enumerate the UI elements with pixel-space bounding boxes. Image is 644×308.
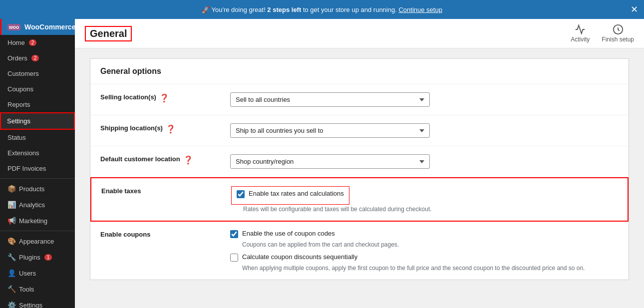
sidebar-item-reports[interactable]: Reports xyxy=(0,97,75,112)
default-customer-location-select[interactable]: Shop country/region Geolocate No locatio… xyxy=(230,154,430,169)
sidebar-item-orders[interactable]: Orders 2 xyxy=(0,50,75,66)
page-title: General xyxy=(85,26,132,41)
enable-taxes-row: Enable taxes Enable tax rates and calcul… xyxy=(90,177,629,222)
coupon-codes-checkbox-row: Enable the use of coupon codes xyxy=(230,230,619,238)
header-actions: Activity Finish setup xyxy=(571,24,634,43)
sidebar-item-coupons[interactable]: Coupons xyxy=(0,81,75,97)
sidebar-divider-2 xyxy=(0,231,75,231)
sidebar-item-customers[interactable]: Customers xyxy=(0,66,75,81)
coupon-sequential-label[interactable]: Calculate coupon discounts sequentially xyxy=(242,253,357,261)
general-options-section: General options Selling location(s) ❓ Se… xyxy=(90,58,629,280)
marketing-label: Marketing xyxy=(19,217,47,225)
users-label: Users xyxy=(19,270,36,277)
sidebar-item-analytics[interactable]: 📊 Analytics xyxy=(0,197,75,213)
sidebar-item-home[interactable]: Home 2 xyxy=(0,35,75,50)
woo-icon: woo xyxy=(7,24,20,30)
tax-rates-checkbox[interactable] xyxy=(237,190,245,198)
page-header: General Activity Finish setup xyxy=(75,19,644,48)
activity-button[interactable]: Activity xyxy=(571,24,590,43)
pdf-invoices-label: PDF Invoices xyxy=(7,165,46,172)
enable-coupons-row: Enable coupons Enable the use of coupon … xyxy=(90,222,629,280)
sidebar-divider-1 xyxy=(0,178,75,179)
selling-location-select[interactable]: Sell to all countries Sell to specific c… xyxy=(230,92,430,107)
analytics-label: Analytics xyxy=(19,201,45,209)
settings2-label: Settings xyxy=(19,302,42,308)
continue-setup-link[interactable]: Continue setup xyxy=(398,6,442,13)
extensions-label: Extensions xyxy=(7,149,39,157)
default-customer-location-label: Default customer location xyxy=(100,155,180,163)
shipping-location-select[interactable]: Ship to all countries you sell to Ship t… xyxy=(230,123,430,138)
plugins-icon: 🔧 xyxy=(7,253,16,261)
home-badge: 2 xyxy=(29,39,37,46)
shipping-location-help[interactable]: ❓ xyxy=(166,124,176,134)
selling-location-label: Selling location(s) xyxy=(100,93,156,101)
activity-label: Activity xyxy=(571,36,590,43)
tax-rates-checkbox-label[interactable]: Enable tax rates and calculations xyxy=(249,190,344,197)
home-label: Home xyxy=(7,39,25,46)
products-label: Products xyxy=(19,185,44,193)
products-icon: 📦 xyxy=(7,185,16,193)
orders-badge: 2 xyxy=(31,55,39,61)
coupons-label: Coupons xyxy=(7,85,33,93)
coupon-codes-label[interactable]: Enable the use of coupon codes xyxy=(242,230,335,237)
coupon-sequential-checkbox[interactable] xyxy=(230,254,238,262)
setup-banner: 🚀 You're doing great! 2 steps left to ge… xyxy=(0,0,644,19)
enable-taxes-control: Enable tax rates and calculations Rates … xyxy=(231,186,618,213)
tax-rates-description: Rates will be configurable and taxes wil… xyxy=(243,206,618,213)
enable-taxes-label: Enable taxes xyxy=(101,187,141,195)
finish-setup-icon xyxy=(613,24,624,35)
enable-coupons-label: Enable coupons xyxy=(100,231,150,238)
default-customer-location-control: Shop country/region Geolocate No locatio… xyxy=(230,154,619,169)
customers-label: Customers xyxy=(7,70,39,77)
users-icon: 👤 xyxy=(7,269,16,277)
shipping-location-control: Ship to all countries you sell to Ship t… xyxy=(230,123,619,138)
finish-setup-label: Finish setup xyxy=(602,36,634,43)
reports-label: Reports xyxy=(7,101,30,108)
plugins-badge: 1 xyxy=(44,254,52,261)
sidebar-item-users[interactable]: 👤 Users xyxy=(0,265,75,281)
sidebar-item-extensions[interactable]: Extensions xyxy=(0,145,75,161)
orders-label: Orders xyxy=(7,54,27,62)
sidebar-item-marketing[interactable]: 📢 Marketing xyxy=(0,213,75,229)
settings2-icon: ⚙️ xyxy=(7,301,16,308)
plugins-label: Plugins xyxy=(19,254,40,261)
content-area: General Activity Finish setup xyxy=(75,19,644,308)
sidebar-item-pdf-invoices[interactable]: PDF Invoices xyxy=(0,161,75,176)
selling-location-control: Sell to all countries Sell to specific c… xyxy=(230,92,619,107)
section-title: General options xyxy=(90,59,629,84)
default-customer-location-help[interactable]: ❓ xyxy=(183,155,193,165)
sidebar-logo[interactable]: woo WooCommerce xyxy=(0,19,75,35)
default-customer-location-row: Default customer location ❓ Shop country… xyxy=(90,146,629,177)
appearance-label: Appearance xyxy=(19,238,54,245)
sidebar-logo-text: WooCommerce xyxy=(24,23,75,31)
sidebar-item-plugins[interactable]: 🔧 Plugins 1 xyxy=(0,249,75,265)
appearance-icon: 🎨 xyxy=(7,237,16,245)
marketing-icon: 📢 xyxy=(7,217,16,225)
sidebar-item-products[interactable]: 📦 Products xyxy=(0,181,75,197)
activity-icon xyxy=(575,24,586,35)
sidebar-item-appearance[interactable]: 🎨 Appearance xyxy=(0,233,75,249)
tools-label: Tools xyxy=(19,286,34,293)
coupon-codes-description: Coupons can be applied from the cart and… xyxy=(242,241,619,248)
selling-location-row: Selling location(s) ❓ Sell to all countr… xyxy=(90,84,629,115)
coupon-sequential-description: When applying multiple coupons, apply th… xyxy=(242,265,619,272)
tools-icon: 🔨 xyxy=(7,285,16,293)
enable-coupons-control: Enable the use of coupon codes Coupons c… xyxy=(230,230,619,272)
finish-setup-button[interactable]: Finish setup xyxy=(602,24,634,43)
status-label: Status xyxy=(7,134,26,141)
sidebar-item-settings2[interactable]: ⚙️ Settings xyxy=(0,297,75,308)
coupon-sequential-checkbox-row: Calculate coupon discounts sequentially xyxy=(230,253,619,262)
coupon-codes-checkbox[interactable] xyxy=(230,230,238,238)
selling-location-help[interactable]: ❓ xyxy=(159,93,169,103)
analytics-icon: 📊 xyxy=(7,201,16,209)
shipping-location-label: Shipping location(s) xyxy=(100,124,163,132)
settings-content: General options Selling location(s) ❓ Se… xyxy=(75,48,644,308)
settings-label: Settings xyxy=(7,117,30,125)
banner-message: 🚀 You're doing great! 2 steps left to ge… xyxy=(202,6,442,13)
sidebar: woo WooCommerce Home 2 Orders 2 Customer… xyxy=(0,19,75,308)
sidebar-item-settings[interactable]: Settings xyxy=(0,112,75,130)
close-banner-button[interactable]: ✕ xyxy=(631,5,638,14)
tax-rates-checkbox-row: Enable tax rates and calculations xyxy=(237,190,344,198)
sidebar-item-tools[interactable]: 🔨 Tools xyxy=(0,281,75,297)
sidebar-item-status[interactable]: Status xyxy=(0,130,75,145)
